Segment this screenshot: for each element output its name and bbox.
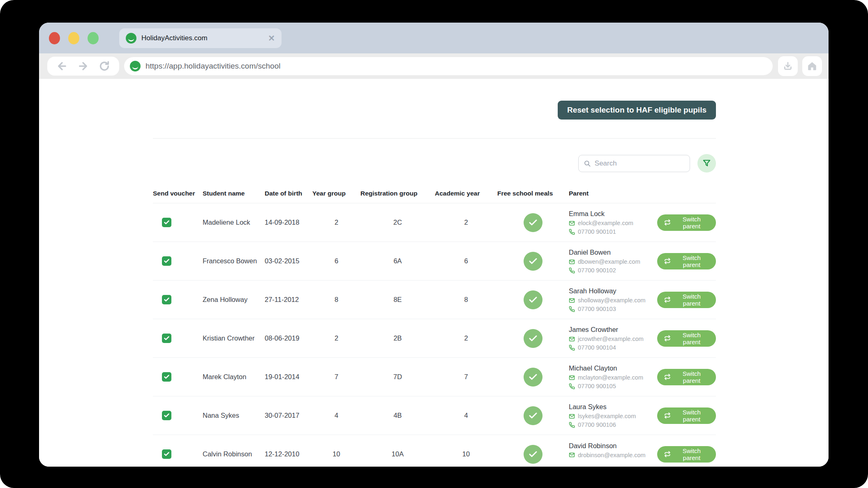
year-group-cell: 6 (312, 257, 360, 265)
switch-parent-button[interactable]: Switch parent (657, 330, 716, 347)
parent-email: lsykes@example.com (569, 413, 657, 419)
parent-phone: 07700 900104 (569, 344, 657, 351)
browser-window: HolidayActivities.com ✕ https://app.holi… (39, 23, 829, 467)
student-table-body: Madeliene Lock 14-09-2018 2 2C 2 Emma Lo… (153, 203, 716, 467)
dob-cell: 14-09-2018 (265, 219, 312, 226)
email-icon (569, 375, 575, 381)
url-text: https://app.holidayactivities.com/school (145, 62, 280, 71)
send-voucher-checkbox[interactable] (162, 295, 171, 304)
fsm-check-badge (524, 329, 542, 348)
filter-button[interactable] (697, 154, 716, 173)
send-voucher-checkbox[interactable] (162, 334, 171, 343)
send-voucher-checkbox[interactable] (162, 256, 171, 266)
back-icon[interactable] (56, 60, 68, 72)
browser-tab[interactable]: HolidayActivities.com ✕ (119, 28, 282, 48)
table-header-row: Send voucherStudent nameDate of birthYea… (153, 190, 716, 203)
send-voucher-checkbox[interactable] (162, 218, 171, 227)
send-voucher-cell (153, 449, 203, 459)
year-group-cell: 8 (312, 296, 360, 304)
phone-icon (569, 345, 575, 351)
minimize-window-button[interactable] (68, 32, 79, 44)
reload-icon[interactable] (99, 60, 110, 72)
student-name-cell: Calvin Robinson (203, 450, 265, 458)
parent-name: David Robinson (569, 442, 657, 450)
check-icon (164, 335, 170, 341)
parent-name: Michael Clayton (569, 364, 657, 372)
forward-icon[interactable] (77, 60, 89, 72)
parent-name: Laura Sykes (569, 403, 657, 411)
reset-selection-button[interactable]: Reset selection to HAF eligible pupils (558, 101, 716, 120)
url-bar[interactable]: https://app.holidayactivities.com/school (124, 57, 773, 75)
close-window-button[interactable] (49, 32, 60, 44)
check-icon (528, 449, 538, 459)
check-icon (528, 256, 538, 266)
check-icon (528, 218, 538, 228)
registration-group-cell: 2C (360, 219, 435, 226)
email-icon (569, 336, 575, 342)
free-school-meals-cell (497, 252, 569, 271)
student-name-cell: Kristian Crowther (203, 334, 265, 342)
screenshot-canvas: HolidayActivities.com ✕ https://app.holi… (0, 0, 868, 488)
parent-cell: Sarah Holloway sholloway@example.com 077… (569, 287, 657, 312)
student-name-cell: Madeliene Lock (203, 219, 265, 226)
reset-row: Reset selection to HAF eligible pupils (153, 101, 716, 120)
dob-cell: 30-07-2017 (265, 412, 312, 419)
free-school-meals-cell (497, 213, 569, 232)
switch-parent-cell: Switch parent (657, 253, 716, 269)
check-icon (528, 372, 538, 382)
download-button[interactable] (778, 56, 798, 76)
switch-parent-cell: Switch parent (657, 407, 716, 424)
registration-group-cell: 2B (360, 334, 435, 342)
free-school-meals-cell (497, 290, 569, 309)
column-header: Academic year (435, 190, 497, 197)
search-box[interactable] (578, 155, 690, 172)
parent-phone: 07700 900105 (569, 383, 657, 389)
black-frame: HolidayActivities.com ✕ https://app.holi… (0, 0, 868, 488)
switch-parent-button[interactable]: Switch parent (657, 292, 716, 308)
send-voucher-checkbox[interactable] (162, 372, 171, 382)
student-name-cell: Zena Holloway (203, 296, 265, 304)
download-icon (783, 61, 793, 71)
parent-phone: 07700 900102 (569, 267, 657, 274)
switch-repeat-icon (664, 451, 671, 458)
send-voucher-checkbox[interactable] (162, 411, 171, 420)
year-group-cell: 7 (312, 373, 360, 381)
check-icon (164, 412, 170, 419)
check-icon (164, 258, 170, 264)
maximize-window-button[interactable] (88, 32, 99, 44)
switch-parent-button[interactable]: Switch parent (657, 407, 716, 424)
table-row: Francesco Bowen 03-02-2015 6 6A 6 Daniel… (153, 242, 716, 281)
switch-parent-button[interactable]: Switch parent (657, 253, 716, 269)
search-input[interactable] (595, 159, 685, 168)
free-school-meals-cell (497, 445, 569, 464)
year-group-cell: 2 (312, 334, 360, 342)
parent-phone: 07700 900106 (569, 421, 657, 428)
registration-group-cell: 10A (360, 450, 435, 458)
tab-close-icon[interactable]: ✕ (268, 33, 275, 43)
column-header: Student name (203, 190, 265, 197)
send-voucher-cell (153, 411, 203, 420)
browser-tab-bar: HolidayActivities.com ✕ (39, 23, 829, 53)
parent-cell: Emma Lock elock@example.com 07700 900101 (569, 210, 657, 235)
switch-repeat-icon (664, 335, 671, 342)
parent-cell: David Robinson drobinson@example.com (569, 442, 657, 467)
dob-cell: 08-06-2019 (265, 334, 312, 342)
switch-parent-button[interactable]: Switch parent (657, 214, 716, 231)
switch-parent-button[interactable]: Switch parent (657, 369, 716, 385)
home-button[interactable] (802, 56, 822, 76)
fsm-check-badge (524, 445, 542, 464)
table-row: Kristian Crowther 08-06-2019 2 2B 2 Jame… (153, 319, 716, 358)
free-school-meals-cell (497, 368, 569, 387)
switch-parent-button[interactable]: Switch parent (657, 446, 716, 463)
parent-cell: Daniel Bowen dbowen@example.com 07700 90… (569, 249, 657, 274)
academic-year-cell: 2 (435, 219, 497, 226)
column-header: Year group (312, 190, 360, 197)
table-row: Calvin Robinson 12-12-2010 10 10A 10 Dav… (153, 435, 716, 467)
switch-parent-cell: Switch parent (657, 369, 716, 385)
check-icon (528, 411, 538, 421)
email-icon (569, 220, 575, 226)
send-voucher-checkbox[interactable] (162, 449, 171, 459)
send-voucher-cell (153, 372, 203, 382)
parent-phone: 07700 900103 (569, 306, 657, 312)
tab-title: HolidayActivities.com (141, 34, 268, 42)
